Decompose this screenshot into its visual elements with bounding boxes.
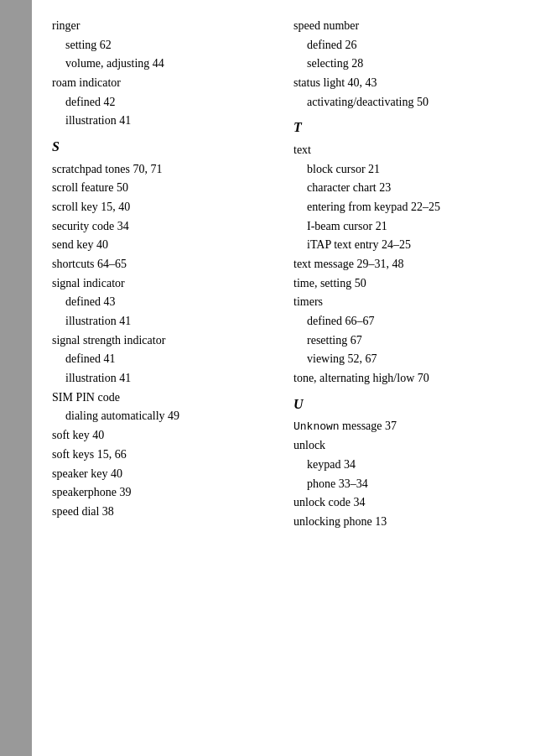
- index-entry: soft key 40: [52, 426, 277, 445]
- sub-term: I-beam cursor 21: [293, 220, 387, 232]
- main-term: speaker key 40: [52, 467, 122, 480]
- right-column: speed numberdefined 26selecting 28status…: [293, 17, 518, 739]
- index-entry: setting 62: [52, 36, 277, 55]
- index-entry: speaker key 40: [52, 465, 277, 483]
- sub-term: iTAP text entry 24–25: [293, 238, 411, 251]
- content-area: ringersetting 62volume, adjusting 44roam…: [32, 0, 535, 756]
- index-entry: scroll key 15, 40: [52, 198, 277, 216]
- index-entry: status light 40, 43: [293, 74, 518, 92]
- sub-term: phone 33–34: [293, 477, 368, 490]
- index-entry: phone 33–34: [293, 475, 518, 493]
- sub-term: character chart 23: [293, 181, 391, 194]
- index-entry: roam indicator: [52, 74, 277, 92]
- sub-term: activating/deactivating 50: [293, 96, 429, 108]
- sub-term: illustration 41: [52, 315, 131, 327]
- index-entry: send key 40: [52, 236, 277, 254]
- index-entry: defined 41: [52, 350, 277, 368]
- sub-term: illustration 41: [52, 372, 131, 384]
- index-entry: block cursor 21: [293, 160, 518, 179]
- main-term: unlocking phone 13: [293, 515, 387, 528]
- index-entry: Unknown message 37: [293, 417, 518, 435]
- index-entry: illustration 41: [52, 112, 277, 130]
- index-entry: speed number: [293, 17, 518, 35]
- index-entry: entering from keypad 22–25: [293, 198, 518, 216]
- index-entry: character chart 23: [293, 179, 518, 197]
- main-term: scroll feature 50: [52, 181, 128, 194]
- index-entry: soft keys 15, 66: [52, 446, 277, 464]
- index-entry: speakerphone 39: [52, 483, 277, 502]
- index-entry: defined 26: [293, 36, 518, 55]
- index-entry: illustration 41: [52, 369, 277, 388]
- main-term: security code 34: [52, 220, 129, 232]
- index-entry: dialing automatically 49: [52, 407, 277, 425]
- sub-term: resetting 67: [293, 334, 362, 347]
- sub-term: defined 43: [52, 295, 115, 308]
- sub-term: volume, adjusting 44: [52, 57, 164, 70]
- main-term: soft key 40: [52, 429, 104, 441]
- main-term: unlock: [293, 439, 325, 451]
- index-entry: ringer: [52, 17, 277, 35]
- sub-term: defined 41: [52, 352, 115, 365]
- sub-term: defined 42: [52, 96, 115, 108]
- sub-term: keypad 34: [293, 458, 356, 471]
- main-term: unlock code 34: [293, 496, 366, 508]
- main-term: signal strength indicator: [52, 334, 165, 347]
- sub-term: selecting 28: [293, 57, 363, 70]
- main-term: time, setting 50: [293, 277, 366, 289]
- section-header-s: S: [52, 138, 277, 156]
- index-entry: scroll feature 50: [52, 179, 277, 197]
- index-entry: keypad 34: [293, 456, 518, 474]
- index-entry: speed dial 38: [52, 503, 277, 521]
- main-term: text: [293, 143, 311, 156]
- index-entry: defined 42: [52, 93, 277, 112]
- index-entry: shortcuts 64–65: [52, 255, 277, 274]
- sub-term: defined 66–67: [293, 315, 374, 327]
- main-term: timers: [293, 295, 323, 308]
- index-entry: resetting 67: [293, 331, 518, 350]
- index-entry: unlock: [293, 436, 518, 455]
- index-entry: SIM PIN code: [52, 388, 277, 407]
- index-entry: signal indicator: [52, 274, 277, 293]
- main-term: signal indicator: [52, 277, 125, 289]
- index-entry: selecting 28: [293, 55, 518, 73]
- main-term: Unknown message 37: [293, 420, 397, 432]
- main-term: SIM PIN code: [52, 391, 120, 404]
- section-header-u: U: [293, 395, 518, 414]
- sub-term: defined 26: [293, 39, 356, 51]
- sub-term: entering from keypad 22–25: [293, 201, 440, 213]
- index-entry: text: [293, 141, 518, 159]
- main-term: tone, alternating high/low 70: [293, 372, 429, 384]
- index-entry: text message 29–31, 48: [293, 255, 518, 274]
- sub-term: dialing automatically 49: [52, 409, 179, 422]
- main-term: scroll key 15, 40: [52, 201, 130, 213]
- index-entry: volume, adjusting 44: [52, 55, 277, 73]
- sub-term: setting 62: [52, 39, 112, 51]
- sidebar: [0, 0, 32, 756]
- index-entry: defined 43: [52, 293, 277, 311]
- main-term: roam indicator: [52, 76, 121, 89]
- main-term: scratchpad tones 70, 71: [52, 163, 162, 175]
- sub-term: block cursor 21: [293, 163, 380, 175]
- sub-term: illustration 41: [52, 114, 131, 127]
- index-entry: tone, alternating high/low 70: [293, 369, 518, 388]
- main-term: soft keys 15, 66: [52, 448, 127, 461]
- index-entry: scratchpad tones 70, 71: [52, 160, 277, 179]
- main-term: shortcuts 64–65: [52, 258, 127, 270]
- main-term: ringer: [52, 19, 80, 32]
- index-entry: viewing 52, 67: [293, 350, 518, 368]
- index-entry: iTAP text entry 24–25: [293, 236, 518, 254]
- main-term: speed dial 38: [52, 505, 114, 518]
- main-term: speed number: [293, 19, 359, 32]
- index-entry: signal strength indicator: [52, 331, 277, 350]
- main-term: text message 29–31, 48: [293, 258, 403, 270]
- main-term: status light 40, 43: [293, 76, 377, 89]
- index-entry: time, setting 50: [293, 274, 518, 293]
- index-entry: unlocking phone 13: [293, 513, 518, 531]
- index-entry: activating/deactivating 50: [293, 93, 518, 112]
- index-entry: I-beam cursor 21: [293, 217, 518, 236]
- left-column: ringersetting 62volume, adjusting 44roam…: [52, 17, 277, 739]
- sub-term: viewing 52, 67: [293, 352, 377, 365]
- index-entry: defined 66–67: [293, 312, 518, 331]
- section-header-t: T: [293, 118, 518, 137]
- main-term: send key 40: [52, 238, 108, 251]
